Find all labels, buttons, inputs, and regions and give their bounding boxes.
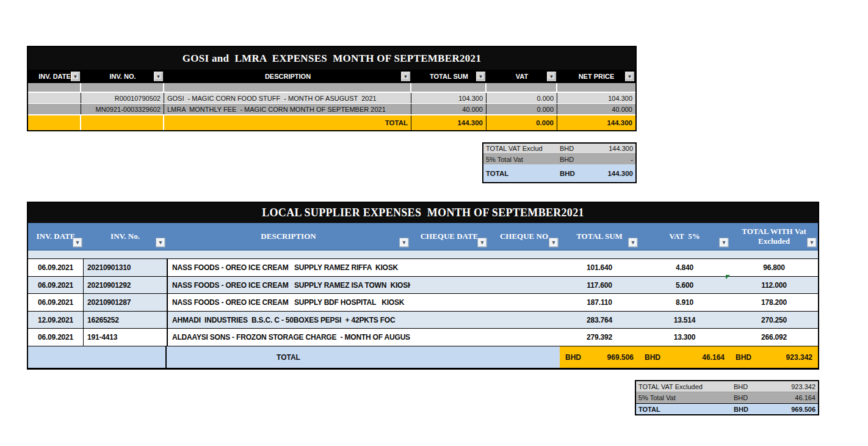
filter-button-inv-no[interactable]: ▼ (154, 72, 163, 81)
vat-total-cell[interactable]: BHD 46.164 (639, 346, 730, 368)
cheque-no-cell[interactable] (488, 329, 560, 346)
filter-button-vat[interactable]: ▼ (547, 72, 556, 81)
column-header-cheque-no[interactable]: CHEQUE NO ▼ (488, 223, 560, 250)
column-header-total-sum[interactable]: TOTAL SUM ▼ (560, 223, 639, 250)
description-cell[interactable]: LMRA MONTHLY FEE - MAGIC CORN MONTH OF S… (164, 104, 411, 114)
inv-no-cell[interactable]: 20210901287 (84, 294, 167, 311)
total-sum-cell[interactable]: 283.764 (560, 312, 639, 328)
column-header-total-sum[interactable]: TOTAL SUM ▼ (411, 70, 486, 83)
value-cell[interactable]: 923.342 (773, 383, 818, 390)
cheque-date-cell[interactable] (410, 259, 488, 276)
filter-button-total-sum[interactable]: ▼ (476, 72, 485, 81)
total-label-cell[interactable]: TOTAL (164, 115, 411, 130)
cheque-date-cell[interactable] (410, 329, 488, 346)
summary-label[interactable]: TOTAL (483, 170, 560, 177)
total-sum-cell[interactable]: 117.600 (560, 277, 639, 293)
value-cell[interactable]: - (596, 156, 635, 163)
filter-button-inv-no[interactable]: ▼ (156, 238, 165, 247)
total-with-vat-total-cell[interactable]: BHD 923.342 (730, 346, 818, 368)
column-header-total-with-vat[interactable]: TOTAL WITH Vat Excluded ▼ (730, 223, 818, 250)
filter-button-cheque-no[interactable]: ▼ (549, 238, 559, 247)
summary-label[interactable]: 5% Total Vat (636, 394, 734, 401)
inv-date-cell[interactable] (28, 104, 81, 114)
empty-cell[interactable] (81, 83, 164, 92)
currency-cell[interactable]: BHD (560, 170, 596, 177)
filter-button-inv-date[interactable]: ▼ (73, 238, 82, 247)
column-header-inv-date[interactable]: INV. DATE ▼ (28, 223, 84, 250)
total-sum-cell[interactable]: 187.110 (560, 294, 639, 311)
total-sum-total-cell[interactable]: BHD 969.506 (560, 346, 639, 368)
net-price-cell[interactable]: 40.000 (557, 104, 635, 114)
inv-no-cell[interactable]: 191-4413 (84, 329, 167, 346)
total-with-vat-cell[interactable]: 96.800 (730, 259, 818, 276)
value-cell[interactable]: 144.300 (596, 145, 635, 152)
total-sum-total-cell[interactable]: 144.300 (411, 115, 486, 130)
summary-label[interactable]: TOTAL (636, 406, 734, 413)
column-header-inv-no[interactable]: INV. No. ▼ (84, 223, 167, 250)
filter-button-inv-date[interactable]: ▼ (71, 72, 80, 81)
total-sum-cell[interactable]: 40.000 (411, 104, 486, 114)
column-header-inv-date[interactable]: INV. DATE ▼ (28, 70, 81, 83)
filter-button-description[interactable]: ▼ (399, 238, 409, 247)
vat-cell[interactable]: 13.514 (639, 312, 730, 328)
inv-no-cell[interactable]: R00010790502 (81, 93, 164, 103)
description-cell[interactable]: GOSI - MAGIC CORN FOOD STUFF - MONTH OF … (164, 93, 411, 103)
filter-button-vat-5[interactable]: ▼ (719, 238, 729, 247)
cheque-date-cell[interactable] (410, 312, 488, 328)
vat-cell[interactable]: 8.910 (639, 294, 730, 311)
total-sum-cell[interactable]: 101.640 (560, 259, 639, 276)
cheque-no-cell[interactable] (488, 259, 560, 276)
column-header-description[interactable]: DESCRIPTION ▼ (164, 70, 411, 83)
cheque-no-cell[interactable] (488, 312, 560, 328)
filter-button-cheque-date[interactable]: ▼ (477, 238, 487, 247)
currency-cell[interactable]: BHD (560, 156, 596, 163)
inv-date-cell[interactable]: 06.09.2021 (28, 329, 84, 346)
column-header-vat-5[interactable]: VAT 5% ▼ (639, 223, 730, 250)
cheque-date-cell[interactable] (410, 277, 488, 293)
total-with-vat-cell[interactable]: 112.000 (730, 277, 818, 293)
empty-cell[interactable] (164, 83, 411, 92)
column-header-inv-no[interactable]: INV. NO. ▼ (81, 70, 164, 83)
inv-no-cell[interactable]: 20210901310 (84, 259, 167, 276)
description-cell[interactable]: NASS FOODS - OREO ICE CREAM SUPPLY BDF H… (167, 294, 410, 311)
empty-cell[interactable] (486, 83, 557, 92)
vat-cell[interactable]: 0.000 (486, 93, 557, 103)
summary-label[interactable]: TOTAL VAT Excluded (636, 383, 734, 390)
empty-cell[interactable] (81, 115, 164, 130)
description-cell[interactable]: AHMADI INDUSTRIES B.S.C. C - 50BOXES PEP… (167, 312, 410, 328)
filter-button-description[interactable]: ▼ (401, 72, 410, 81)
net-price-cell[interactable]: 104.300 (557, 93, 635, 103)
total-with-vat-cell[interactable]: 266.092 (730, 329, 818, 346)
total-with-vat-cell[interactable]: 178.200 (730, 294, 818, 311)
column-header-description[interactable]: DESCRIPTION ▼ (167, 223, 410, 250)
inv-date-cell[interactable] (28, 93, 81, 103)
vat-cell[interactable]: 13.300 (639, 329, 730, 346)
filter-button-total-with-vat[interactable]: ▼ (807, 238, 817, 247)
inv-date-cell[interactable]: 12.09.2021 (28, 312, 84, 328)
empty-cell[interactable] (28, 83, 81, 92)
column-header-vat[interactable]: VAT ▼ (486, 70, 557, 83)
total-with-vat-cell[interactable]: 270.250 (730, 312, 818, 328)
inv-no-cell[interactable]: 20210901292 (84, 277, 167, 293)
vat-cell[interactable]: 5.600 (639, 277, 730, 293)
currency-cell[interactable]: BHD (734, 383, 773, 390)
column-header-net-price[interactable]: NET PRICE ▼ (557, 70, 635, 83)
vat-cell[interactable]: 0.000 (486, 104, 557, 114)
value-cell[interactable]: 46.164 (773, 394, 818, 401)
empty-cell[interactable] (411, 83, 486, 92)
description-cell[interactable]: NASS FOODS - OREO ICE CREAM SUPPLY RAMEZ… (167, 277, 410, 293)
value-cell[interactable]: 969.506 (773, 406, 818, 413)
spacer-row[interactable] (28, 250, 818, 259)
value-cell[interactable]: 144.300 (596, 170, 635, 177)
summary-label[interactable]: TOTAL VAT Exclud (483, 145, 560, 152)
inv-no-cell[interactable]: MN0921-0003329602 (81, 104, 164, 114)
empty-cell[interactable] (557, 83, 635, 92)
cheque-no-cell[interactable] (488, 277, 560, 293)
cheque-date-cell[interactable] (410, 294, 488, 311)
net-price-total-cell[interactable]: 144.300 (557, 115, 635, 130)
total-sum-cell[interactable]: 279.392 (560, 329, 639, 346)
inv-date-cell[interactable]: 06.09.2021 (28, 277, 84, 293)
total-sum-cell[interactable]: 104.300 (411, 93, 486, 103)
summary-label[interactable]: 5% Total Vat (483, 156, 560, 163)
inv-date-cell[interactable]: 06.09.2021 (28, 259, 84, 276)
